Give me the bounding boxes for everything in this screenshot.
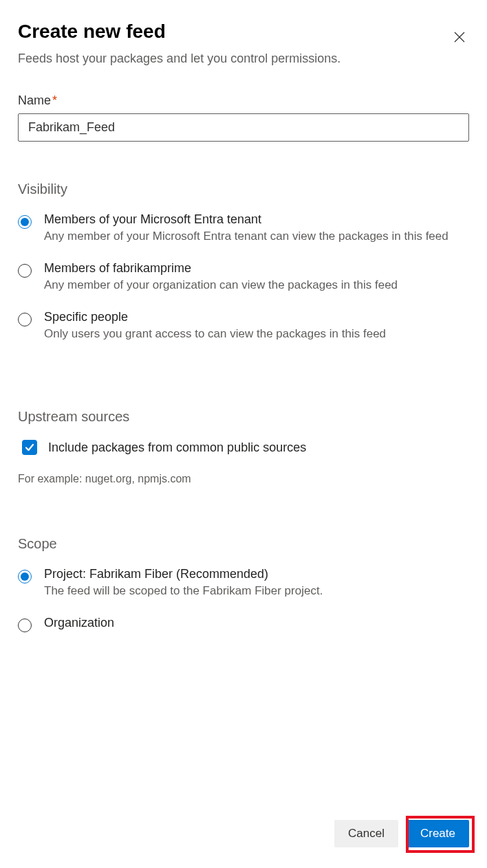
radio-icon bbox=[18, 570, 32, 583]
name-label: Name* bbox=[18, 93, 469, 108]
radio-icon bbox=[18, 619, 32, 632]
scope-option-organization[interactable]: Organization bbox=[18, 616, 469, 632]
radio-desc: Any member of your Microsoft Entra tenan… bbox=[44, 228, 469, 245]
visibility-section-title: Visibility bbox=[18, 181, 469, 197]
radio-icon bbox=[18, 264, 32, 278]
radio-desc: Any member of your organization can view… bbox=[44, 277, 469, 293]
upstream-section-title: Upstream sources bbox=[18, 409, 469, 425]
upstream-checkbox[interactable]: Include packages from common public sour… bbox=[22, 440, 469, 455]
page-subtitle: Feeds host your packages and let you con… bbox=[18, 52, 469, 66]
close-button[interactable] bbox=[450, 27, 469, 49]
cancel-button[interactable]: Cancel bbox=[334, 820, 398, 847]
visibility-option-specific[interactable]: Specific people Only users you grant acc… bbox=[18, 310, 469, 342]
radio-desc: Only users you grant access to can view … bbox=[44, 326, 469, 342]
radio-title: Project: Fabrikam Fiber (Recommended) bbox=[44, 567, 469, 581]
name-input[interactable] bbox=[18, 113, 469, 142]
radio-icon bbox=[18, 215, 32, 229]
required-indicator: * bbox=[52, 93, 57, 107]
radio-title: Members of your Microsoft Entra tenant bbox=[44, 212, 469, 227]
checkbox-label: Include packages from common public sour… bbox=[48, 441, 306, 455]
close-icon bbox=[454, 32, 465, 43]
visibility-option-org[interactable]: Members of fabrikamprime Any member of y… bbox=[18, 261, 469, 293]
create-button[interactable]: Create bbox=[407, 820, 469, 847]
scope-option-project[interactable]: Project: Fabrikam Fiber (Recommended) Th… bbox=[18, 567, 469, 599]
page-title: Create new feed bbox=[18, 21, 166, 43]
checkbox-checked-icon bbox=[22, 440, 37, 455]
upstream-helper-text: For example: nuget.org, npmjs.com bbox=[18, 473, 469, 485]
radio-desc: The feed will be scoped to the Fabrikam … bbox=[44, 583, 469, 599]
visibility-option-entra[interactable]: Members of your Microsoft Entra tenant A… bbox=[18, 212, 469, 245]
radio-title: Specific people bbox=[44, 310, 469, 324]
scope-section-title: Scope bbox=[18, 536, 469, 552]
radio-title: Members of fabrikamprime bbox=[44, 261, 469, 276]
radio-icon bbox=[18, 313, 32, 326]
radio-title: Organization bbox=[44, 616, 469, 630]
